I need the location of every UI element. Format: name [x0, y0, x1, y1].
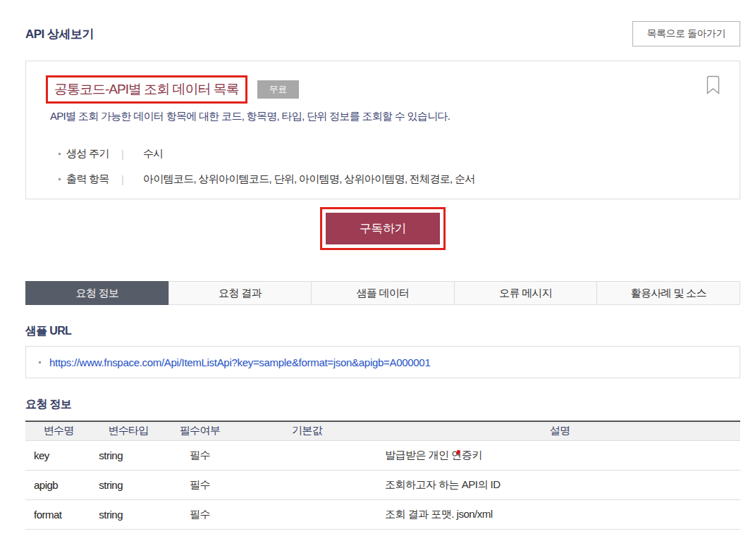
- sample-url-heading: 샘플 URL: [25, 324, 740, 339]
- api-title: 공통코드-API별 조회 데이터 목록: [54, 82, 239, 97]
- meta-label: 출력 항목: [66, 173, 121, 186]
- bullet-icon: [59, 153, 61, 155]
- meta-value: 수시: [143, 147, 164, 161]
- tab-request-result[interactable]: 요청 결과: [168, 281, 312, 305]
- param-required: 필수: [165, 440, 235, 470]
- api-info-panel: 공통코드-API별 조회 데이터 목록 무료 API별 조회 가능한 데이터 항…: [25, 61, 740, 199]
- tab-request-info[interactable]: 요청 정보: [25, 281, 169, 305]
- meta-value: 아이템코드, 상위아이템코드, 단위, 아이템명, 상위아이템명, 전체경로, …: [143, 173, 475, 186]
- tab-bar: 요청 정보 요청 결과 샘플 데이터 오류 메시지 활용사례 및 소스: [25, 281, 740, 305]
- param-default: [235, 470, 379, 499]
- sample-url-box: https://www.fnspace.com/Api/ItemListApi?…: [25, 346, 740, 378]
- request-info-heading: 요청 정보: [25, 397, 740, 412]
- table-row: apigb string 필수 조회하고자 하는 API의 ID: [25, 470, 740, 499]
- meta-divider: |: [121, 174, 123, 185]
- meta-row-output: 출력 항목 | 아이템코드, 상위아이템코드, 단위, 아이템명, 상위아이템명…: [46, 173, 720, 186]
- meta-divider: |: [121, 149, 123, 160]
- bullet-icon: [39, 361, 41, 363]
- page-header: API 상세보기 목록으로 돌아가기: [25, 21, 740, 46]
- table-header-row: 변수명 변수타입 필수여부 기본값 설명: [25, 421, 740, 440]
- param-description: 발급받은 개인 연증키: [379, 440, 740, 470]
- back-to-list-button[interactable]: 목록으로 돌아가기: [632, 21, 740, 46]
- param-type: string: [92, 499, 164, 529]
- annotation-rectangle-subscribe: 구독하기: [320, 207, 446, 250]
- api-title-row: 공통코드-API별 조회 데이터 목록 무료: [46, 75, 720, 104]
- meta-row-cycle: 생성 주기 | 수시: [46, 147, 720, 161]
- param-description: 조회 결과 포맷. json/xml: [379, 499, 740, 529]
- param-required: 필수: [165, 470, 235, 499]
- api-meta: 생성 주기 | 수시 출력 항목 | 아이템코드, 상위아이템코드, 단위, 아…: [46, 147, 720, 186]
- column-header-default: 기본값: [235, 421, 379, 440]
- table-row: key string 필수 발급받은 개인 연증키: [25, 440, 740, 470]
- api-description: API별 조회 가능한 데이터 항목에 대한 코드, 항목명, 타입, 단위 정…: [50, 110, 720, 123]
- annotation-rectangle-title: 공통코드-API별 조회 데이터 목록: [46, 75, 247, 104]
- table-row: format string 필수 조회 결과 포맷. json/xml: [25, 499, 740, 529]
- meta-label: 생성 주기: [66, 147, 121, 161]
- param-type: string: [92, 470, 164, 499]
- param-name: apigb: [25, 470, 92, 499]
- tab-use-cases[interactable]: 활용사례 및 소스: [596, 281, 740, 305]
- subscribe-area: 구독하기: [25, 207, 740, 250]
- bookmark-icon: [706, 75, 720, 94]
- tab-sample-data[interactable]: 샘플 데이터: [311, 281, 455, 305]
- free-badge: 무료: [257, 80, 299, 99]
- column-header-name: 변수명: [25, 421, 92, 440]
- param-description-text: 발급받은 개인 연증키: [385, 449, 482, 461]
- bookmark-button[interactable]: [706, 75, 720, 97]
- column-header-required: 필수여부: [165, 421, 235, 440]
- sample-url-link[interactable]: https://www.fnspace.com/Api/ItemListApi?…: [49, 356, 430, 368]
- page-container: API 상세보기 목록으로 돌아가기 공통코드-API별 조회 데이터 목록 무…: [25, 0, 740, 530]
- subscribe-button[interactable]: 구독하기: [326, 213, 440, 244]
- column-header-type: 변수타입: [92, 421, 164, 440]
- param-type: string: [92, 440, 164, 470]
- column-header-description: 설명: [379, 421, 740, 440]
- param-name: key: [25, 440, 92, 470]
- param-description: 조회하고자 하는 API의 ID: [379, 470, 740, 499]
- request-info-table: 변수명 변수타입 필수여부 기본값 설명 key string 필수 발급받은 …: [25, 421, 740, 530]
- tab-error-message[interactable]: 오류 메시지: [454, 281, 598, 305]
- param-default: [235, 440, 379, 470]
- param-name: format: [25, 499, 92, 529]
- param-required: 필수: [165, 499, 235, 529]
- bullet-icon: [59, 178, 61, 180]
- param-default: [235, 499, 379, 529]
- page-title: API 상세보기: [25, 26, 94, 42]
